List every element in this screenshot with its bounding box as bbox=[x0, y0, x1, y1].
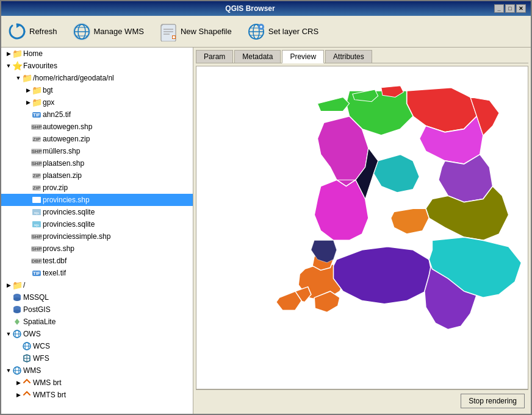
spatialite-label: SpatiaLite bbox=[23, 317, 56, 326]
ows-icon bbox=[12, 329, 22, 339]
sidebar-item-wms[interactable]: ▼ WMS bbox=[1, 364, 193, 377]
gpx-label: gpx bbox=[43, 98, 54, 107]
mssql-label: MSSQL bbox=[23, 293, 49, 302]
sidebar-item-autowegen-zip[interactable]: ZIP autowegen.zip bbox=[1, 133, 193, 145]
sidebar-item-gpx[interactable]: ▶ 📁 gpx bbox=[1, 96, 193, 108]
sidebar-item-provincies-shp[interactable]: SHP provincies.shp bbox=[1, 194, 193, 206]
sidebar-item-wms-brt[interactable]: ▶ WMS brt bbox=[1, 377, 193, 389]
tif-icon: TIF bbox=[32, 110, 41, 119]
sidebar-item-ows[interactable]: ▼ OWS bbox=[1, 328, 193, 340]
shp-icon-provincies: SHP bbox=[32, 195, 41, 205]
content-area: ▶ 📁 Home ▼ ⭐ Favourites ▼ 📁 /home/richar… bbox=[1, 48, 531, 414]
shp-icon-mullers: SHP bbox=[32, 146, 41, 156]
tab-param[interactable]: Param bbox=[196, 50, 233, 63]
stop-rendering-button[interactable]: Stop rendering bbox=[461, 394, 525, 408]
close-button[interactable]: ✕ bbox=[516, 4, 526, 13]
tab-attributes[interactable]: Attributes bbox=[325, 50, 372, 63]
expand-favourites[interactable]: ▼ bbox=[5, 62, 12, 69]
postgis-icon bbox=[12, 305, 22, 314]
shp-icon-provs: SHP bbox=[32, 244, 41, 254]
sidebar-item-test-dbf[interactable]: DBF test.dbf bbox=[1, 255, 193, 267]
shp-icon-provinciessimple: SHP bbox=[32, 232, 41, 241]
expand-root[interactable]: ▶ bbox=[5, 282, 12, 289]
sidebar-item-wcs[interactable]: ▶ WCS bbox=[1, 340, 193, 352]
sidebar-item-spatialite[interactable]: ▶ SpatiaLite bbox=[1, 316, 193, 328]
sidebar-item-postgis[interactable]: ▶ PostGIS bbox=[1, 303, 193, 316]
sidebar-item-mullers[interactable]: SHP müllers.shp bbox=[1, 145, 193, 157]
sidebar-item-provinciessimple[interactable]: SHP provinciessimple.shp bbox=[1, 230, 193, 243]
autowegen-zip-label: autowegen.zip bbox=[43, 135, 90, 143]
svg-text:SHP: SHP bbox=[34, 199, 40, 202]
sidebar-item-home[interactable]: ▶ 📁 Home bbox=[1, 48, 193, 60]
manage-wms-button[interactable]: Manage WMS bbox=[70, 21, 146, 43]
crs-icon bbox=[246, 22, 266, 41]
folder-icon: 📁 bbox=[12, 49, 22, 59]
sidebar-item-plaatsen-zip[interactable]: ZIP plaatsen.zip bbox=[1, 169, 193, 182]
postgis-label: PostGIS bbox=[23, 305, 51, 314]
mssql-icon bbox=[12, 293, 22, 302]
wms-icon-tree bbox=[12, 366, 22, 375]
tab-metadata[interactable]: Metadata bbox=[234, 50, 281, 63]
netherlands-map-svg bbox=[196, 66, 528, 389]
sidebar-item-bgt[interactable]: ▶ 📁 bgt bbox=[1, 84, 193, 96]
svg-point-31 bbox=[13, 297, 21, 301]
toolbar: Refresh Manage WMS bbox=[1, 16, 531, 48]
sidebar-item-root[interactable]: ▶ 📁 / bbox=[1, 279, 193, 291]
sidebar-item-plaatsen-shp[interactable]: SHP plaatsen.shp bbox=[1, 157, 193, 169]
new-shapefile-button[interactable]: New Shapefile bbox=[156, 21, 234, 43]
expand-wmts-brt[interactable]: ▶ bbox=[15, 391, 22, 399]
zip-icon-plaatsen: ZIP bbox=[32, 171, 41, 180]
expand-wms[interactable]: ▼ bbox=[5, 367, 12, 374]
sidebar-item-provincies-sqlite2[interactable]: SQL provincies.sqlite bbox=[1, 218, 193, 230]
sqlite-icon-2: SQL bbox=[32, 219, 41, 229]
provincies-sqlite2-label: provincies.sqlite bbox=[43, 220, 95, 229]
shp-icon-plaatsen: SHP bbox=[32, 158, 41, 168]
autowegen-shp-label: autowegen.shp bbox=[43, 122, 92, 131]
wms-icon bbox=[72, 22, 92, 41]
expand-ows[interactable]: ▼ bbox=[5, 330, 12, 338]
wfs-icon bbox=[22, 353, 32, 363]
sidebar-item-provs-shp[interactable]: SHP provs.shp bbox=[1, 243, 193, 255]
sidebar-item-texel-tif[interactable]: TIF texel.tif bbox=[1, 267, 193, 279]
sidebar-item-mssql[interactable]: ▶ MSSQL bbox=[1, 291, 193, 303]
title-bar: QGIS Browser _ □ ✕ bbox=[1, 1, 531, 16]
minimize-button[interactable]: _ bbox=[494, 4, 504, 13]
shp-icon-autowegen: SHP bbox=[32, 122, 41, 132]
expand-home[interactable]: ▶ bbox=[5, 50, 12, 57]
refresh-button[interactable]: Refresh bbox=[5, 21, 60, 43]
wms-brt-icon bbox=[22, 378, 32, 388]
sidebar-item-geodata-nl[interactable]: ▼ 📁 /home/richard/geodata/nl bbox=[1, 72, 193, 84]
expand-bgt[interactable]: ▶ bbox=[24, 87, 32, 94]
svg-point-34 bbox=[13, 310, 21, 313]
tab-preview[interactable]: Preview bbox=[282, 50, 324, 63]
provincies-sqlite1-label: provincies.sqlite bbox=[43, 208, 95, 216]
folder-icon-gpx: 📁 bbox=[32, 98, 41, 107]
zip-icon-autowegen: ZIP bbox=[32, 134, 41, 144]
expand-geodata-nl[interactable]: ▼ bbox=[15, 74, 22, 82]
provs-shp-label: provs.shp bbox=[43, 244, 74, 253]
bgt-label: bgt bbox=[43, 86, 53, 94]
set-layer-crs-button[interactable]: Set layer CRS bbox=[244, 21, 321, 43]
main-panel: Param Metadata Preview Attributes bbox=[193, 48, 531, 414]
sidebar-item-ahn25[interactable]: TIF ahn25.tif bbox=[1, 108, 193, 121]
sidebar-item-wmts-brt[interactable]: ▶ WMTS brt bbox=[1, 389, 193, 401]
sidebar-item-provincies-sqlite1[interactable]: SQL provincies.sqlite bbox=[1, 206, 193, 218]
wcs-label: WCS bbox=[33, 342, 50, 350]
spatialite-icon bbox=[12, 317, 22, 327]
tif-icon-texel: TIF bbox=[32, 268, 41, 278]
geodata-nl-label: /home/richard/geodata/nl bbox=[33, 74, 114, 82]
expand-gpx[interactable]: ▶ bbox=[24, 99, 32, 106]
ows-label: OWS bbox=[23, 330, 41, 338]
sidebar-item-wfs[interactable]: ▶ WFS bbox=[1, 352, 193, 364]
tab-bar: Param Metadata Preview Attributes bbox=[196, 50, 528, 63]
sidebar-item-autowegen-shp[interactable]: SHP autowegen.shp bbox=[1, 121, 193, 133]
sidebar-item-prov-zip[interactable]: ZIP prov.zip bbox=[1, 182, 193, 194]
file-tree-sidebar: ▶ 📁 Home ▼ ⭐ Favourites ▼ 📁 /home/richar… bbox=[1, 48, 193, 414]
sidebar-item-favourites[interactable]: ▼ ⭐ Favourites bbox=[1, 60, 193, 72]
sqlite-icon-1: SQL bbox=[32, 207, 41, 217]
prov-zip-label: prov.zip bbox=[43, 183, 68, 192]
maximize-button[interactable]: □ bbox=[505, 4, 515, 13]
svg-text:SQL: SQL bbox=[34, 211, 40, 215]
shapefile-icon bbox=[159, 22, 178, 41]
expand-wms-brt[interactable]: ▶ bbox=[15, 379, 22, 386]
